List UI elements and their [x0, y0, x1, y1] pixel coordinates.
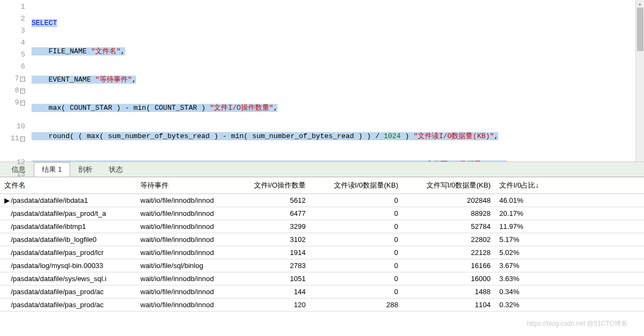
scroll-up-icon[interactable]: ▴ [636, 0, 644, 8]
gutter-line: 8− [0, 85, 25, 97]
table-row[interactable]: ▶/pasdata/datafile/ibdata1wait/io/file/i… [0, 194, 644, 207]
keyword: SELECT [32, 19, 57, 27]
watermark: https://blog.csdn.net @51CTO博客 [527, 319, 628, 328]
fold-icon[interactable]: − [20, 89, 25, 94]
gutter-line: 2 [0, 13, 25, 25]
gutter-line: 7− [0, 73, 25, 85]
tab-result-1[interactable]: 结果 1 [34, 162, 70, 177]
table-row[interactable]: /pasdata/datafile/ibtmp1wait/io/file/inn… [0, 220, 644, 233]
gutter-line: 11− [0, 133, 25, 145]
gutter-line: 3 [0, 25, 25, 37]
fold-icon[interactable]: − [20, 77, 25, 82]
col-write[interactable]: 文件写I/0数据量(KB) [403, 177, 495, 194]
table-row[interactable]: /pasdata/datafile/pas_prod/acwait/io/fil… [0, 298, 644, 312]
vertical-scrollbar[interactable]: ▴ [635, 0, 644, 161]
results-table[interactable]: 文件名 等待事件 文件I/O操作数量 文件读I/0数据量(KB) 文件写I/0数… [0, 177, 644, 312]
table-row[interactable]: /pasdata/datafile/pas_prod/t_await/io/fi… [0, 207, 644, 220]
col-read[interactable]: 文件读I/0数据量(KB) [310, 177, 403, 194]
table-row[interactable]: /pasdata/datafile/sys/ews_sql.iwait/io/f… [0, 272, 644, 285]
gutter-line: 13 [0, 169, 25, 181]
gutter-line: 1 [0, 1, 25, 13]
scrollbar-thumb[interactable] [637, 8, 643, 51]
result-tabs: 信息 结果 1 剖析 状态 [0, 162, 644, 177]
gutter-line: 4 [0, 37, 25, 49]
table-row[interactable]: /pasdata/log/mysql-bin.00033wait/io/file… [0, 259, 644, 272]
gutter-line [0, 145, 25, 157]
results-grid: 文件名 等待事件 文件I/O操作数量 文件读I/0数据量(KB) 文件写I/0数… [0, 177, 644, 336]
tab-profile[interactable]: 剖析 [70, 162, 101, 177]
col-event[interactable]: 等待事件 [136, 177, 239, 194]
gutter-line: 5 [0, 49, 25, 61]
table-row[interactable]: /pasdata/datafile/pas_prod/acwait/io/fil… [0, 285, 644, 298]
sql-editor: 1234567−8−9−1011−1213 SELECT FILE_NAME "… [0, 0, 644, 162]
row-marker-icon: ▶ [4, 196, 11, 204]
gutter-line: 10 [0, 121, 25, 133]
tab-status[interactable]: 状态 [101, 162, 131, 177]
line-gutter: 1234567−8−9−1011−1213 [0, 0, 27, 161]
gutter-line: 12 [0, 157, 25, 169]
table-row[interactable]: /pasdata/datafile/pas_prod/lcrwait/io/fi… [0, 246, 644, 259]
table-header-row: 文件名 等待事件 文件I/O操作数量 文件读I/0数据量(KB) 文件写I/0数… [0, 177, 644, 194]
gutter-line: 6 [0, 61, 25, 73]
table-row[interactable]: /pasdata/datafile/ib_logfile0wait/io/fil… [0, 233, 644, 246]
col-ops[interactable]: 文件I/O操作数量 [239, 177, 310, 194]
code-content[interactable]: SELECT FILE_NAME "文件名", EVENT_NAME "等待事件… [27, 0, 635, 161]
col-pct[interactable]: 文件I/0占比↓ [495, 177, 644, 194]
gutter-line: 9− [0, 97, 25, 109]
gutter-line [0, 109, 25, 121]
fold-icon[interactable]: − [20, 101, 25, 105]
fold-icon[interactable]: − [20, 136, 25, 141]
